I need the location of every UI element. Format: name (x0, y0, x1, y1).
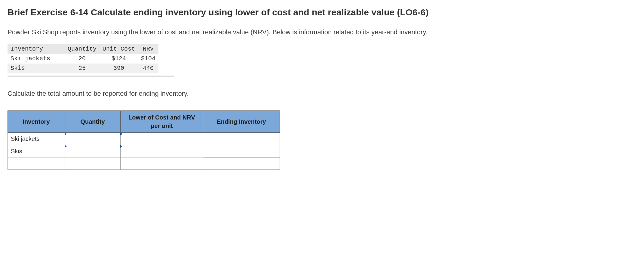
ending-total-cell (203, 157, 280, 169)
cell-unit-cost: 390 (100, 64, 138, 73)
total-label-cell (8, 157, 65, 169)
ending-input[interactable] (203, 145, 280, 157)
input-marker-icon (120, 132, 122, 135)
lower-input[interactable] (121, 133, 203, 145)
col-header-inventory: Inventory (8, 44, 65, 54)
cell-unit-cost: $124 (100, 54, 138, 64)
quantity-input[interactable] (65, 145, 120, 157)
total-qty-cell (65, 157, 121, 169)
ending-input-cell (203, 145, 280, 157)
quantity-input-cell (65, 132, 121, 145)
cell-nrv: 440 (138, 64, 158, 73)
lower-input[interactable] (121, 145, 203, 157)
answer-header-row: Inventory Quantity Lower of Cost and NRV… (8, 110, 280, 132)
total-lower-cell (121, 157, 203, 169)
col-header-nrv: NRV (138, 44, 158, 54)
cell-nrv: $104 (138, 54, 158, 64)
ending-input[interactable] (203, 133, 280, 145)
quantity-input-cell (65, 145, 121, 157)
quantity-input[interactable] (65, 133, 120, 145)
answer-row: Ski jackets (8, 132, 280, 145)
table-row: Skis 25 390 440 (8, 64, 158, 73)
answer-header-quantity: Quantity (65, 110, 121, 132)
answer-header-ending: Ending Inventory (203, 110, 280, 132)
cell-inventory: Ski jackets (8, 54, 65, 64)
ending-input-cell (203, 132, 280, 145)
given-data-table: Inventory Quantity Unit Cost NRV Ski jac… (8, 44, 158, 73)
table-header-row: Inventory Quantity Unit Cost NRV (8, 44, 158, 54)
col-header-quantity: Quantity (65, 44, 100, 54)
cell-quantity: 20 (65, 54, 100, 64)
input-marker-icon (65, 145, 67, 148)
col-header-unit-cost: Unit Cost (100, 44, 138, 54)
cell-quantity: 25 (65, 64, 100, 73)
answer-row: Skis (8, 145, 280, 157)
input-marker-icon (65, 132, 67, 135)
ending-total-input[interactable] (203, 157, 280, 169)
lower-input-cell (121, 145, 203, 157)
answer-header-lower: Lower of Cost and NRV per unit (121, 110, 203, 132)
answer-table: Inventory Quantity Lower of Cost and NRV… (8, 110, 280, 170)
lower-input-cell (121, 132, 203, 145)
input-marker-icon (120, 145, 122, 148)
table-underline (8, 76, 174, 77)
cell-inventory: Skis (8, 64, 65, 73)
table-row: Ski jackets 20 $124 $104 (8, 54, 158, 64)
answer-label: Skis (8, 145, 65, 157)
answer-total-row (8, 157, 280, 169)
intro-text: Powder Ski Shop reports inventory using … (8, 28, 636, 37)
page-title: Brief Exercise 6-14 Calculate ending inv… (8, 6, 636, 19)
answer-label: Ski jackets (8, 132, 65, 145)
answer-header-inventory: Inventory (8, 110, 65, 132)
instruction-text: Calculate the total amount to be reporte… (8, 89, 636, 98)
